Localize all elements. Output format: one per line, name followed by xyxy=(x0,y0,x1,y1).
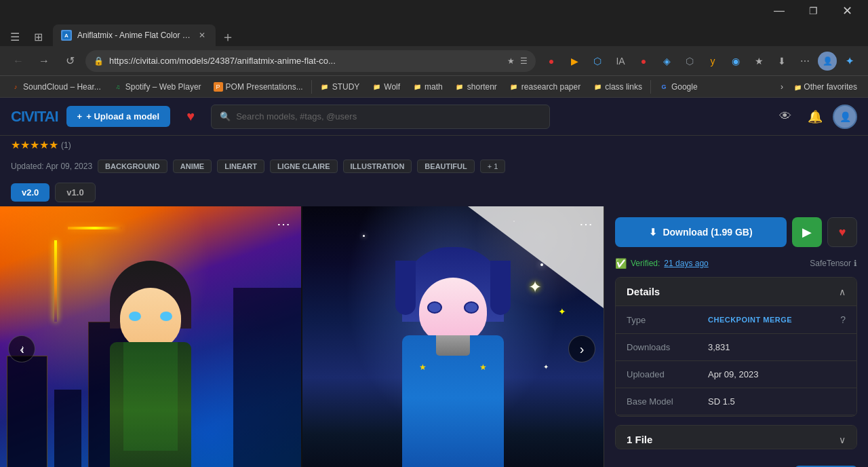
folder-icon: 📁 xyxy=(509,82,519,92)
tag-illustration[interactable]: ILLUSTRATION xyxy=(343,160,412,173)
active-tab[interactable]: A Aniflatmix - Anime Flat Color Sty... ✕ xyxy=(53,24,216,46)
bookmark-soundcloud[interactable]: ♪ SoundCloud – Hear... xyxy=(5,79,106,94)
bookmark-label: class links xyxy=(605,82,642,92)
files-title: 1 File xyxy=(627,434,652,445)
notification-bell-icon[interactable]: 🔔 xyxy=(803,105,827,129)
bookmark-label: STUDY xyxy=(332,82,360,92)
tag-lineart[interactable]: LINEART xyxy=(217,160,264,173)
soundcloud-icon: ♪ xyxy=(11,82,20,92)
bookmark-pom[interactable]: P POM Presentations... xyxy=(208,79,309,94)
downloads-button[interactable]: ⬇ xyxy=(772,51,792,71)
minimize-button[interactable]: — xyxy=(764,0,795,22)
upload-model-button[interactable]: + + Upload a model xyxy=(66,106,171,127)
uploaded-value: Apr 09, 2023 xyxy=(708,369,846,379)
other-favorites-label: Other favorites xyxy=(804,82,857,92)
bookmark-label: shortenr xyxy=(467,82,497,92)
maximize-button[interactable]: ❐ xyxy=(797,0,829,22)
extension-btn-7[interactable]: ⬡ xyxy=(679,51,700,71)
tab-grid-button[interactable]: ⊞ xyxy=(28,27,47,46)
extension-btn-9[interactable]: ◉ xyxy=(726,51,746,71)
extension-btn-6[interactable]: ◈ xyxy=(656,51,677,71)
bookmark-google[interactable]: G Google xyxy=(654,79,703,94)
bookmark-label: SoundCloud – Hear... xyxy=(23,82,101,92)
reload-button[interactable]: ↺ xyxy=(60,51,80,71)
image-1-menu-button[interactable]: ⋯ xyxy=(274,214,293,234)
bookmark-label: reasearch paper xyxy=(521,82,580,92)
bookmark-classlinks[interactable]: 📁 class links xyxy=(587,79,648,94)
bookmark-spotify[interactable]: ♫ Spotify – Web Player xyxy=(108,79,207,94)
profile-avatar[interactable]: 👤 xyxy=(818,52,837,71)
bookmark-research[interactable]: 📁 reasearch paper xyxy=(504,79,586,94)
download-button[interactable]: ⬇ Download (1.99 GB) xyxy=(615,217,787,247)
images-gallery: ⋯ ‹ | ✦ ✦ ✦ xyxy=(0,206,604,467)
search-bar[interactable]: 🔍 xyxy=(211,105,550,129)
new-tab-button[interactable]: ＋ xyxy=(218,27,237,46)
main-content-area: ⋯ ‹ | ✦ ✦ ✦ xyxy=(0,206,868,467)
download-label: Download (1.99 GB) xyxy=(663,227,752,238)
files-header[interactable]: 1 File ∨ xyxy=(616,426,856,449)
svg-text:A: A xyxy=(64,33,68,39)
eye-off-icon[interactable]: 👁 xyxy=(773,105,797,129)
reader-view-icon[interactable]: ☰ xyxy=(520,56,528,66)
verified-check-icon: ✅ xyxy=(615,258,627,269)
close-button[interactable]: ✕ xyxy=(831,0,863,22)
details-header[interactable]: Details ∧ xyxy=(616,278,856,305)
star-1: ★ xyxy=(11,138,20,151)
back-button[interactable]: ← xyxy=(8,51,28,71)
image-next-button[interactable]: › xyxy=(568,335,595,362)
image-prev-button[interactable]: ‹ | xyxy=(8,335,35,362)
extension-btn-3[interactable]: ⬡ xyxy=(587,51,608,71)
image-card-1[interactable]: ⋯ ‹ | xyxy=(0,206,301,467)
version-v1-button[interactable]: v1.0 xyxy=(55,183,95,202)
tag-anime[interactable]: ANIME xyxy=(173,160,212,173)
bookmark-shortenr[interactable]: 📁 shortenr xyxy=(450,79,502,94)
image-card-2[interactable]: ✦ ✦ ✦ xyxy=(302,206,604,467)
tag-background[interactable]: BACKGROUND xyxy=(98,160,167,173)
other-favorites-button[interactable]: 📁 Other favorites xyxy=(789,79,863,94)
tag-ligne-claire[interactable]: LIGNE CLAIRE xyxy=(270,160,338,173)
more-button[interactable]: ⋯ xyxy=(795,51,815,71)
uploaded-row: Uploaded Apr 09, 2023 xyxy=(616,360,856,388)
header-actions: 👁 🔔 👤 xyxy=(773,105,857,129)
tab-close-button[interactable]: ✕ xyxy=(197,30,208,41)
image-2-menu-button[interactable]: ⋯ xyxy=(576,214,595,234)
civitai-logo[interactable]: CIVITAI xyxy=(11,108,58,126)
files-section: 1 File ∨ xyxy=(615,425,857,449)
verified-date-link[interactable]: 21 days ago xyxy=(664,259,708,268)
play-button[interactable]: ▶ xyxy=(792,217,822,247)
upload-icon: + xyxy=(77,111,83,122)
sidebar-toggle-button[interactable]: ☰ xyxy=(5,27,24,46)
extension-btn-1[interactable]: ● xyxy=(541,51,561,71)
bookmark-wolf[interactable]: 📁 Wolf xyxy=(366,79,406,94)
bookmark-study[interactable]: 📁 STUDY xyxy=(315,79,366,94)
verified-badge: ✅ Verified: 21 days ago xyxy=(615,258,709,269)
tag-beautiful[interactable]: BEAUTIFUL xyxy=(417,160,474,173)
extension-btn-8[interactable]: y xyxy=(703,51,723,71)
bookmark-label: Google xyxy=(671,82,698,92)
tab-title: Aniflatmix - Anime Flat Color Sty... xyxy=(77,31,191,40)
bookmark-label: math xyxy=(425,82,443,92)
info-icon[interactable]: ℹ xyxy=(854,259,857,268)
search-input[interactable] xyxy=(236,111,541,122)
save-heart-button[interactable]: ♥ xyxy=(827,217,857,247)
search-icon: 🔍 xyxy=(220,111,231,122)
base-model-row: Base Model SD 1.5 xyxy=(616,388,856,415)
version-v2-button[interactable]: v2.0 xyxy=(11,183,50,202)
more-tags[interactable]: + 1 xyxy=(480,160,506,173)
extension-btn-4[interactable]: IA xyxy=(610,51,631,71)
user-avatar[interactable]: 👤 xyxy=(833,105,857,129)
bookmark-math[interactable]: 📁 math xyxy=(407,79,448,94)
forward-button[interactable]: → xyxy=(34,51,54,71)
star-bookmark-icon[interactable]: ★ xyxy=(507,56,515,66)
extension-btn-2[interactable]: ▶ xyxy=(564,51,585,71)
type-help-icon[interactable]: ? xyxy=(840,314,846,325)
folder-icon: 📁 xyxy=(593,82,602,92)
folder-icon: 📁 xyxy=(412,82,422,92)
url-bar[interactable]: 🔒 https://civitai.com/models/24387/anifl… xyxy=(85,50,536,72)
verified-text: Verified: xyxy=(631,259,660,268)
favorites-button[interactable]: ★ xyxy=(749,51,769,71)
expand-bookmarks-button[interactable]: › xyxy=(775,79,789,94)
wishlist-heart-button[interactable]: ♥ xyxy=(178,105,203,129)
copilot-button[interactable]: ✦ xyxy=(840,51,860,71)
extension-btn-5[interactable]: ● xyxy=(633,51,654,71)
